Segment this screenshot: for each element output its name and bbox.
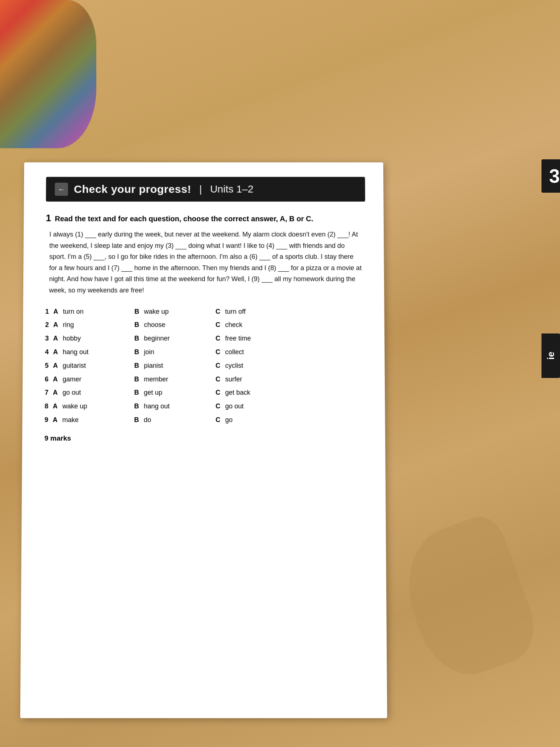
answer-4c: collect	[225, 347, 297, 358]
question-instruction: Read the text and for each question, cho…	[55, 215, 313, 223]
answer-col-b: B do	[134, 415, 216, 425]
answer-col-a: A gamer	[53, 374, 134, 385]
answer-7c: get back	[225, 388, 297, 398]
answer-col-c: C get back	[216, 388, 297, 398]
answer-row: 2 A ring B choose C check	[45, 320, 366, 331]
answer-num: 5	[45, 360, 53, 371]
answer-row: 8 A wake up B hang out C go out	[44, 401, 366, 412]
header-divider: |	[199, 183, 202, 195]
answer-8c: go out	[225, 401, 297, 412]
answer-col-a: A turn on	[53, 306, 134, 317]
answer-3c: free time	[225, 333, 297, 344]
back-arrow-icon: ←	[55, 183, 68, 196]
header-bar: ← Check your progress! | Units 1–2	[46, 177, 365, 202]
answer-num: 1	[45, 306, 53, 317]
answer-row: 6 A gamer B member C surfer	[45, 374, 366, 385]
answer-num: 7	[45, 388, 53, 398]
header-title: Check your progress!	[74, 183, 191, 195]
answer-col-c: C surfer	[216, 374, 297, 385]
question-number: 1	[46, 212, 51, 223]
answer-5a: guitarist	[63, 360, 134, 371]
answer-num: 8	[44, 401, 53, 412]
answer-row: 3 A hobby B beginner C free time	[45, 333, 366, 344]
answer-col-c: C go out	[216, 401, 297, 412]
answer-col-a: A ring	[53, 320, 134, 331]
answer-col-a: A make	[53, 415, 134, 425]
answer-num: 4	[45, 347, 53, 358]
answer-2b: choose	[144, 320, 216, 331]
answer-col-a: A wake up	[53, 401, 134, 412]
answer-col-b: B join	[134, 347, 216, 358]
answer-col-b: B hang out	[134, 401, 216, 412]
answer-row: 1 A turn on B wake up C turn off	[45, 306, 366, 317]
marks-label: 9 marks	[44, 434, 367, 442]
question-label: 1 Read the text and for each question, c…	[46, 212, 366, 223]
section-badge: 3	[541, 159, 560, 193]
answer-row: 4 A hang out B join C collect	[45, 347, 366, 358]
answer-col-b: B get up	[134, 388, 216, 398]
answer-col-c: C check	[216, 320, 297, 331]
answer-5b: pianist	[144, 360, 215, 371]
answer-col-a: A go out	[53, 388, 134, 398]
answer-col-a: A hobby	[53, 333, 134, 344]
answer-col-a: A hang out	[53, 347, 134, 358]
answer-col-c: C turn off	[216, 306, 297, 317]
answer-num: 2	[45, 320, 53, 331]
answer-col-b: B choose	[134, 320, 216, 331]
answer-8a: wake up	[62, 401, 134, 412]
answer-col-b: B beginner	[134, 333, 216, 344]
answer-col-c: C free time	[216, 333, 297, 344]
answer-num: 6	[45, 374, 53, 385]
book-page: ← Check your progress! | Units 1–2 1 Rea…	[20, 162, 387, 718]
answer-col-c: C cyclist	[216, 360, 297, 371]
answer-1a: turn on	[63, 306, 134, 317]
answer-4a: hang out	[63, 347, 134, 358]
decoration-object	[0, 0, 96, 148]
answer-1c: turn off	[225, 306, 297, 317]
answer-col-b: B pianist	[134, 360, 215, 371]
answer-2a: ring	[63, 320, 134, 331]
answer-8b: hang out	[144, 401, 216, 412]
answer-1b: wake up	[144, 306, 216, 317]
answer-col-b: B member	[134, 374, 216, 385]
answer-row: 9 A make B do C go	[44, 415, 367, 425]
answers-table: 1 A turn on B wake up C turn off 2 A rin…	[44, 306, 367, 425]
answer-7a: go out	[63, 388, 134, 398]
answer-6b: member	[144, 374, 216, 385]
passage-text: I always (1) ___ early during the week, …	[45, 229, 366, 296]
answer-4b: join	[144, 347, 216, 358]
answer-6a: gamer	[63, 374, 134, 385]
answer-row: 7 A go out B get up C get back	[45, 388, 367, 398]
answer-col-a: A guitarist	[53, 360, 134, 371]
answer-num: 3	[45, 333, 53, 344]
answer-3b: beginner	[144, 333, 216, 344]
right-tab: ie	[541, 333, 560, 378]
answer-9a: make	[62, 415, 134, 425]
answer-9b: do	[144, 415, 216, 425]
answer-5c: cyclist	[225, 360, 297, 371]
right-tab-text: ie	[545, 352, 557, 360]
answer-num: 9	[44, 415, 53, 425]
answer-row: 5 A guitarist B pianist C cyclist	[45, 360, 366, 371]
answer-col-c: C collect	[216, 347, 297, 358]
header-subtitle: Units 1–2	[210, 183, 253, 195]
answer-9c: go	[225, 415, 297, 425]
answer-3a: hobby	[63, 333, 134, 344]
answer-col-b: B wake up	[134, 306, 216, 317]
answer-7b: get up	[144, 388, 216, 398]
answer-6c: surfer	[225, 374, 297, 385]
answer-col-c: C go	[216, 415, 297, 425]
answer-2c: check	[225, 320, 297, 331]
